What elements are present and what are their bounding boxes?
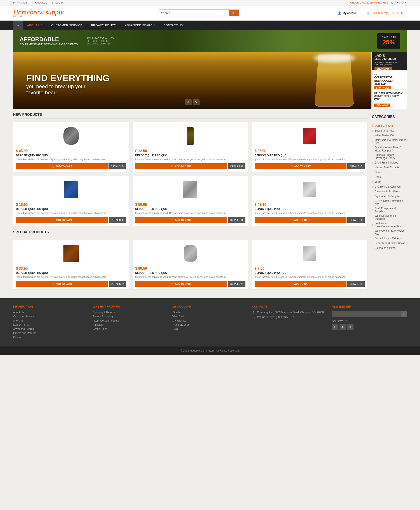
footer-link-customer-service[interactable]: Customer Service <box>13 315 88 318</box>
footer-link-search-terms[interactable]: Search Terms <box>13 323 88 326</box>
nav-home[interactable]: ⌂ <box>13 21 23 30</box>
login-link[interactable]: LOG IN <box>55 1 63 4</box>
add-to-cart-button[interactable]: 🛒 ADD TO CART <box>255 281 346 287</box>
footer-link-help[interactable]: Help <box>172 327 248 330</box>
footer-link-view-cart[interactable]: View Cart <box>172 315 248 318</box>
footer-link-my-wishlist[interactable]: My Wishlist <box>172 319 248 322</box>
footer-address-text: Company Inc., 8801 Marmora Road, Glasgow… <box>257 311 324 314</box>
slider-prev[interactable]: < <box>185 99 192 105</box>
mrbeer-buy-btn[interactable]: BUY NOW! <box>374 104 390 107</box>
add-to-cart-button[interactable]: 🛒 ADD TO CART <box>16 281 108 287</box>
table-row: $ 12.50 DEPOSIT QUID PRO QUO Ipsum facto… <box>132 122 248 172</box>
sidebar-item-homebrew-recipes[interactable]: Our Homebrew Beer & Mead Recipes <box>372 145 407 153</box>
sidebar-item-soda[interactable]: Soda & Liquor Extracts <box>372 236 407 241</box>
details-button[interactable]: DETAILS ⚙ <box>108 163 126 169</box>
newsletter-input[interactable] <box>332 311 401 317</box>
sidebar-item-fruit-wine[interactable]: Fruit Wine Base/Concentrate Kits <box>372 221 407 228</box>
sidebar-item-wine-equipment[interactable]: Wine Equipment & Supplies <box>372 214 407 221</box>
footer-link-shipping[interactable]: Shipping & Returns <box>93 311 168 314</box>
details-button[interactable]: DETAILS ⚙ <box>347 163 365 169</box>
sidebar-item-draft-equipment[interactable]: Draft Equipment & Supplies <box>372 206 407 214</box>
nav-customer-service[interactable]: CUSTOMER SERVICE <box>47 21 87 30</box>
sidebar-item-hops[interactable]: Hops <box>372 175 407 180</box>
nav-contact-us[interactable]: CONTACT US <box>159 21 187 30</box>
sidebar-item-wine-starter[interactable]: Wine Starter Kits <box>372 133 407 138</box>
currency-selector[interactable]: $ <box>401 1 403 4</box>
sidebar-item-wine-recipe[interactable]: Wine Concentrate Recipe Kits <box>372 228 407 236</box>
details-button[interactable]: DETAILS ⚙ <box>347 217 365 223</box>
product-image <box>135 125 245 147</box>
footer-link-track-order[interactable]: Track My Order <box>172 323 248 326</box>
sidebar-item-adjuncts[interactable]: Adjuncts-Sugars-Flavorings-Honey <box>372 153 407 160</box>
sidebar-item-books[interactable]: Beer, Wine & Other Books <box>372 241 407 246</box>
top-bar: MY WISHLIST CHECKOUT LOG IN ORDER ONLINE… <box>0 0 420 6</box>
details-icon: ⚙ <box>360 165 362 168</box>
sidebar-item-chemicals[interactable]: Chemicals & Additives <box>372 184 407 189</box>
footer-link-site-map[interactable]: Site Map <box>13 319 88 322</box>
add-to-cart-label: ADD TO CART <box>56 219 72 221</box>
cart-icon: 🛒 <box>290 282 293 285</box>
details-button[interactable]: DETAILS ⚙ <box>228 163 245 169</box>
nav-privacy-policy[interactable]: PRIVACY POLICY <box>87 21 120 30</box>
lads-shop-btn[interactable]: SHOP NOW! <box>375 67 392 70</box>
sidebar-item-cleaners[interactable]: Cleaners & Sanitizers <box>372 189 407 194</box>
footer-link-about[interactable]: About Us <box>13 311 88 314</box>
footer-link-international[interactable]: International Shopping <box>93 319 168 322</box>
add-to-cart-button[interactable]: 🛒 ADD TO CART <box>16 217 108 223</box>
add-to-cart-button[interactable]: 🛒 ADD TO CART <box>16 163 108 169</box>
newsletter-submit-button[interactable]: › <box>401 311 407 317</box>
footer-link-contact[interactable]: Contact <box>13 336 88 339</box>
footer-phone-text: Call us toll free: (8002)345-6789 <box>257 316 294 319</box>
logo-text: Homebrew supply <box>13 8 64 15</box>
nav-advanced-search[interactable]: ADVANCED SEARCH <box>120 21 159 30</box>
search-input[interactable] <box>159 10 229 16</box>
add-to-cart-button[interactable]: 🛒 ADD TO CART <box>255 217 346 223</box>
countertop-shop-btn[interactable]: SHOP NOW! <box>374 86 391 89</box>
sidebar-item-malt-extract[interactable]: Malt Extract & Malt Extract Kits <box>372 138 407 145</box>
footer-link-affiliates[interactable]: Affiliates <box>93 323 168 326</box>
add-to-cart-button[interactable]: 🛒 ADD TO CART <box>135 163 227 169</box>
add-to-cart-button[interactable]: 🛒 ADD TO CART <box>255 163 346 169</box>
twitter-icon[interactable]: t <box>339 324 346 330</box>
footer-link-sign-in[interactable]: Sign In <box>172 311 248 314</box>
location-icon: 📍 <box>252 311 255 314</box>
details-button[interactable]: DETAILS ⚙ <box>228 217 245 223</box>
add-to-cart-button[interactable]: 🛒 ADD TO CART <box>135 281 227 287</box>
logo[interactable]: Homebrew supply ONLINE SHOP <box>13 8 64 17</box>
product-price: $ 7.50 <box>255 266 365 271</box>
footer-link-orders[interactable]: Orders and Returns <box>13 332 88 335</box>
sidebar-item-equipment[interactable]: Equipment & Supplies <box>372 194 407 199</box>
special-products-grid: $ 33.90 DEPOSIT QUID PRO QUO Ipsum facto… <box>13 240 368 289</box>
rss-icon[interactable]: ⊛ <box>347 324 353 330</box>
details-button[interactable]: DETAILS ⚙ <box>109 217 126 223</box>
sidebar-item-grains[interactable]: Grains <box>372 170 407 175</box>
sidebar-item-fruit-extracts[interactable]: Natural Fruit Extracts <box>372 165 407 170</box>
slider-next[interactable]: > <box>193 99 200 105</box>
language-selector[interactable]: En <box>391 1 394 4</box>
footer-bottom: © 2014 Magento Demo Store. All Rights Re… <box>0 346 420 355</box>
side-banner-lads: LAD'S BEER DISPENSER IPSUM FACTORIAL NON… <box>372 52 407 70</box>
wishlist-link[interactable]: MY WISHLIST <box>13 1 33 4</box>
checkout-link[interactable]: CHECKOUT <box>35 1 53 4</box>
nav-about-us[interactable]: ABOUT US <box>23 21 47 30</box>
cart-button[interactable]: 🛒 Cart: 0 item(s) - $0.00 ▼ <box>363 10 407 16</box>
facebook-icon[interactable]: f <box>332 324 338 330</box>
search-button[interactable]: 🔍 <box>229 10 239 16</box>
details-button[interactable]: DETAILS ⚙ <box>109 281 126 287</box>
footer-my-account: MY ACCOUNT Sign In View Cart My Wishlist… <box>172 305 248 340</box>
add-to-cart-button[interactable]: 🛒 ADD TO CART <box>135 217 227 223</box>
sidebar-item-dried-fruit[interactable]: Dried Fruit & Spices <box>372 160 407 165</box>
sidebar-item-co2[interactable]: CO2 & Draft Conversion Kits <box>372 199 407 206</box>
footer-link-advanced-search[interactable]: Advanced Search <box>13 327 88 330</box>
sidebar-item-quick-gift-kits[interactable]: Quick Gift Kits <box>372 123 407 128</box>
product-image <box>255 243 365 264</box>
account-button[interactable]: 👤 My Account <box>334 10 361 16</box>
details-button[interactable]: DETAILS ⚙ <box>347 281 365 287</box>
sidebar-item-yeast[interactable]: Yeast <box>372 180 407 184</box>
footer-link-group-sales[interactable]: Group Sales <box>93 327 168 330</box>
details-button[interactable]: DETAILS ⚙ <box>228 281 245 287</box>
footer-link-secure[interactable]: Secure Shopping <box>93 315 168 318</box>
hero-text: AFFORDABLE EQUIPMENT AND BREWING INGREDI… <box>20 36 78 46</box>
sidebar-item-closeouts[interactable]: Closeouts (limited) <box>372 246 407 251</box>
sidebar-item-beer-starter[interactable]: Beer Starter Kits <box>372 128 407 133</box>
